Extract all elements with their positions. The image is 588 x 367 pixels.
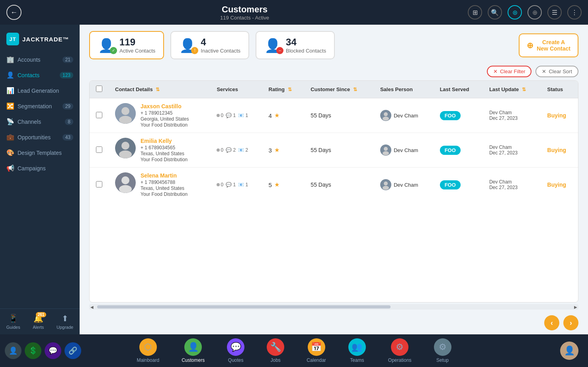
row3-status: Buying xyxy=(541,168,578,202)
nav-item-mainboard[interactable]: ⬡ Mainboard xyxy=(125,335,170,366)
svg-point-17 xyxy=(383,186,389,190)
row2-services: 0 💬 2 📧 2 xyxy=(210,133,262,168)
row3-checkbox[interactable] xyxy=(96,181,102,187)
scrollbar-thumb[interactable] xyxy=(97,305,391,308)
row1-company: Your Food Distribution xyxy=(141,122,189,128)
upgrade-button[interactable]: ⬆ Upgrade xyxy=(57,314,73,330)
row3-phone: + 1 7890456788 xyxy=(141,180,188,185)
nav-item-teams[interactable]: 👥 Teams xyxy=(337,335,377,366)
th-contact-details[interactable]: Contact Details ⇅ xyxy=(109,81,210,98)
row1-services: 0 💬 1 📧 1 xyxy=(210,98,262,133)
bottom-left-icon-4[interactable]: 🔗 xyxy=(64,342,81,359)
row2-status: Buying xyxy=(541,133,578,168)
row1-avatar xyxy=(115,103,136,124)
scroll-left-arrow[interactable]: ◀ xyxy=(89,304,95,310)
add-icon-button[interactable]: ⊕ xyxy=(527,5,542,20)
nav-item-operations[interactable]: ⚙ Operations xyxy=(377,335,423,366)
pagination: ‹ › xyxy=(80,311,588,334)
blocked-contacts-card[interactable]: 👤 – 34 Blocked Contacts xyxy=(256,31,335,59)
sidebar-label-opportunities: Opportunities xyxy=(18,134,51,141)
clear-sort-button[interactable]: ✕ Clear Sort xyxy=(535,66,578,77)
sidebar-item-lead-generation[interactable]: 📊 Lead Generation xyxy=(0,83,80,98)
contacts-badge: 123 xyxy=(60,72,73,78)
row3-avatar xyxy=(115,172,136,193)
row3-contact-cell: Selena Martin + 1 7890456788 Texas, Unit… xyxy=(109,168,210,202)
sidebar-item-campaigns[interactable]: 📢 Campaigns xyxy=(0,160,80,176)
row1-checkbox[interactable] xyxy=(96,112,102,118)
customers-nav-icon: 👤 xyxy=(184,338,202,356)
row2-name[interactable]: Emilia Kelly xyxy=(141,138,188,144)
next-page-button[interactable]: › xyxy=(563,315,578,330)
bottom-nav: 👤 💲 💬 🔗 ⬡ Mainboard 👤 Customers 💬 Quotes… xyxy=(0,334,588,367)
search-icon-button[interactable]: 🔍 xyxy=(488,5,502,20)
sidebar-label-channels: Channels xyxy=(18,119,41,125)
clear-sort-label: Clear Sort xyxy=(549,68,572,74)
inactive-count: 4 xyxy=(201,37,240,48)
row1-location: Georgia, United States xyxy=(141,116,189,122)
svg-point-13 xyxy=(121,176,129,184)
alerts-badge: 261 xyxy=(36,312,47,317)
th-customer-since[interactable]: Customer Since ⇅ xyxy=(304,81,374,98)
nav-item-jobs[interactable]: 🔧 Jobs xyxy=(256,335,295,366)
row3-name[interactable]: Selena Martin xyxy=(141,172,188,179)
inactive-contacts-icon: 👤 ! xyxy=(179,37,196,53)
horizontal-scrollbar[interactable]: ◀ ▶ xyxy=(89,304,578,310)
filter-bar: ✕ Clear Filter ✕ Clear Sort xyxy=(80,64,588,80)
sidebar-item-channels[interactable]: 📡 Channels 8 xyxy=(0,114,80,129)
filter-icon-button[interactable]: ⊛ xyxy=(508,5,522,20)
sidebar-item-design-templates[interactable]: 🎨 Design Templates xyxy=(0,145,80,160)
sidebar-item-contacts[interactable]: 👤 Contacts 123 xyxy=(0,67,80,83)
row1-sp-name: Dev Cham xyxy=(394,113,418,119)
sidebar-item-accounts[interactable]: 🏢 Accounts 21 xyxy=(0,52,80,67)
row3-company: Your Food Distribution xyxy=(141,191,188,197)
row3-rating: 5★ xyxy=(262,168,305,202)
th-last-served: Last Served xyxy=(434,81,483,98)
nav-item-setup[interactable]: ⚙ Setup xyxy=(423,335,463,366)
bottom-left-icon-2[interactable]: 💲 xyxy=(25,342,41,359)
row1-name[interactable]: Jaxson Castillo xyxy=(141,103,189,109)
select-all-checkbox[interactable] xyxy=(96,86,102,92)
sidebar-item-opportunities[interactable]: 💼 Opportunities 43 xyxy=(0,129,80,145)
nav-item-calendar[interactable]: 📅 Calendar xyxy=(295,335,337,366)
sidebar-item-segmentation[interactable]: 🔀 Segmentation 29 xyxy=(0,98,80,114)
bottom-profile-avatar[interactable]: 👤 xyxy=(560,342,578,360)
contacts-table-container: Contact Details ⇅ Services Rating ⇅ Cust… xyxy=(89,80,578,303)
grid-icon-button[interactable]: ⊞ xyxy=(468,5,482,20)
create-contact-button[interactable]: ⊕ Create ANew Contact xyxy=(519,33,578,57)
row1-customer-since: 55 Days xyxy=(304,98,374,133)
svg-point-1 xyxy=(121,107,129,115)
clear-filter-label: Clear Filter xyxy=(500,68,525,74)
teams-nav-label: Teams xyxy=(350,357,364,363)
more-icon-button[interactable]: ⋮ xyxy=(567,5,582,20)
table-row: Jaxson Castillo + 1 789012345 Georgia, U… xyxy=(90,98,578,133)
scroll-right-arrow[interactable]: ▶ xyxy=(573,304,578,310)
clear-filter-button[interactable]: ✕ Clear Filter xyxy=(487,66,532,77)
row2-checkbox[interactable] xyxy=(96,146,102,153)
guides-button[interactable]: 📱 Guides xyxy=(6,314,20,330)
sidebar-label-lead-gen: Lead Generation xyxy=(18,88,59,94)
th-rating[interactable]: Rating ⇅ xyxy=(262,81,305,98)
row3-sp-avatar xyxy=(380,179,391,190)
row1-last-update: Dev ChamDec 27, 2023 xyxy=(483,98,541,133)
stats-bar: 👤 ✓ 119 Active Contacts 👤 ! 4 Inactive C… xyxy=(80,25,588,64)
menu-icon-button[interactable]: ☰ xyxy=(547,5,562,20)
prev-page-button[interactable]: ‹ xyxy=(544,315,559,330)
table-row: Selena Martin + 1 7890456788 Texas, Unit… xyxy=(90,168,578,202)
alerts-button[interactable]: 🔔 261 Alerts xyxy=(33,314,44,330)
back-button[interactable]: ← xyxy=(6,5,21,20)
nav-item-quotes[interactable]: 💬 Quotes xyxy=(216,335,256,366)
inactive-contacts-card[interactable]: 👤 ! 4 Inactive Contacts xyxy=(170,31,249,59)
row2-contact-cell: Emilia Kelly + 1 6789034565 Texas, Unite… xyxy=(109,133,210,168)
setup-nav-label: Setup xyxy=(436,357,449,363)
contacts-table: Contact Details ⇅ Services Rating ⇅ Cust… xyxy=(90,81,578,202)
bottom-left-icon-3[interactable]: 💬 xyxy=(45,342,61,359)
nav-item-customers[interactable]: 👤 Customers xyxy=(170,335,216,366)
clear-filter-icon: ✕ xyxy=(493,68,498,74)
bottom-left-icon-1[interactable]: 👤 xyxy=(5,342,21,359)
active-contacts-card[interactable]: 👤 ✓ 119 Active Contacts xyxy=(89,31,164,59)
th-checkbox xyxy=(90,81,109,98)
table-row: Emilia Kelly + 1 6789034565 Texas, Unite… xyxy=(90,133,578,168)
th-last-update[interactable]: Last Update ⇅ xyxy=(483,81,541,98)
setup-nav-icon: ⚙ xyxy=(434,338,451,356)
segmentation-badge: 29 xyxy=(63,103,73,109)
